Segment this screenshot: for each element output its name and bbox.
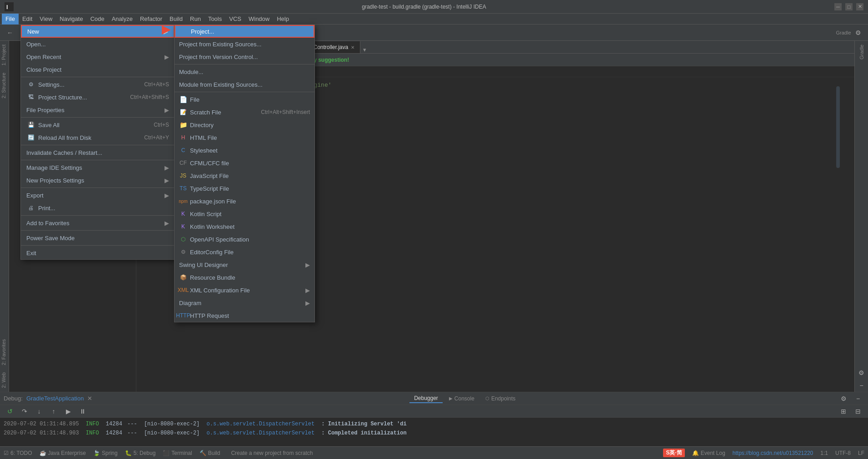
close-button[interactable]: ✕ (856, 3, 863, 10)
debug-pause[interactable]: ⏸ (76, 405, 89, 418)
debug-resume[interactable]: ▶ (62, 405, 75, 418)
menu-edit[interactable]: Edit (19, 14, 36, 25)
menu-refactor[interactable]: Refactor (136, 14, 166, 25)
menu-item-settings[interactable]: ⚙ Settings... Ctrl+Alt+S (21, 78, 175, 91)
java-enterprise-status[interactable]: ☕ Java Enterprise (40, 450, 86, 456)
menu-item-save-all[interactable]: 💾 Save All Ctrl+S (21, 118, 175, 131)
submenu-item-kotlin-worksheet[interactable]: K Kotlin Worksheet (175, 220, 314, 233)
submenu-item-html[interactable]: H HTML File (175, 131, 314, 144)
ime-badge[interactable]: S英·简 (663, 449, 684, 457)
line-sep-status[interactable]: LF (858, 450, 864, 456)
sidebar-tab-structure[interactable]: 2: Structure (0, 69, 9, 102)
build-status[interactable]: 🔨 Build (200, 450, 220, 456)
submenu-item-editorconfig[interactable]: ⚙ EditorConfig File (175, 246, 314, 258)
submenu-item-project-from-vcs[interactable]: Project from Version Control... (175, 50, 314, 63)
debug-step-into[interactable]: ↓ (33, 405, 45, 418)
menu-view[interactable]: View (36, 14, 56, 25)
menu-item-exit[interactable]: Exit (21, 247, 175, 259)
gradle-panel-button[interactable]: Gradle (837, 26, 850, 39)
menu-window[interactable]: Window (245, 14, 273, 25)
submenu-item-swing[interactable]: Swing UI Designer ▶ (175, 258, 314, 271)
terminal-status[interactable]: ⬛ Terminal (163, 450, 192, 456)
menu-navigate[interactable]: Navigate (56, 14, 86, 25)
menu-help[interactable]: Help (273, 14, 293, 25)
menu-item-manage-ide[interactable]: Manage IDE Settings ▶ (21, 161, 175, 174)
submenu-item-cfml[interactable]: CF CFML/CFC file (175, 157, 314, 169)
submenu-item-module[interactable]: Module... (175, 65, 314, 78)
submenu-item-module-from-existing[interactable]: Module from Existing Sources... (175, 78, 314, 91)
menu-tools[interactable]: Tools (205, 14, 225, 25)
close-debug-icon[interactable]: ✕ (87, 395, 92, 402)
right-sidebar-settings[interactable]: ⚙ (855, 366, 868, 379)
menu-analyze[interactable]: Analyze (108, 14, 136, 25)
debug-step-over[interactable]: ↷ (18, 405, 31, 418)
bottom-panel-hide[interactable]: − (852, 392, 864, 405)
create-project-hint: Create a new project from scratch (231, 450, 313, 456)
menu-item-add-to-favorites[interactable]: Add to Favorites ▶ (21, 217, 175, 229)
spring-label: Spring (102, 450, 118, 456)
menu-code[interactable]: Code (87, 14, 108, 25)
menu-item-close-project[interactable]: Close Project (21, 63, 175, 76)
menu-item-open-recent[interactable]: Open Recent ▶ (21, 50, 175, 63)
menu-file[interactable]: File (2, 14, 19, 25)
tab-overflow[interactable]: ▾ (360, 46, 369, 53)
submenu-item-package-json[interactable]: npm package.json File (175, 195, 314, 207)
submenu-item-http-request[interactable]: HTTP HTTP Request (175, 309, 314, 322)
menu-item-new[interactable]: New ▶ (21, 25, 175, 38)
url-status[interactable]: https://blog.csdn.net/u013521220 (733, 450, 813, 456)
debug-layout-btn[interactable]: ⊞ (837, 405, 850, 418)
menu-item-export[interactable]: Export ▶ (21, 189, 175, 202)
submenu-item-ts[interactable]: TS TypeScript File (175, 182, 314, 195)
bottom-tab-console[interactable]: ▶ Console (444, 395, 479, 403)
submenu-item-diagram[interactable]: Diagram ▶ (175, 296, 314, 309)
sidebar-tab-web[interactable]: 2: Web (0, 369, 9, 392)
line-col-status[interactable]: 1:1 (820, 450, 828, 456)
menu-item-new-projects-settings[interactable]: New Projects Settings ▶ (21, 174, 175, 187)
bottom-panel-settings[interactable]: ⚙ (837, 392, 850, 405)
debug-restart-btn[interactable]: ↺ (4, 405, 16, 418)
submenu-item-project[interactable]: Project... (175, 25, 314, 38)
todo-status[interactable]: ☑ 6: TODO (4, 450, 32, 456)
bottom-tab-debugger[interactable]: Debugger (409, 394, 443, 403)
submenu-item-resource-bundle[interactable]: 📦 Resource Bundle (175, 271, 314, 284)
submenu-item-openapi[interactable]: ⬡ OpenAPI Specification (175, 233, 314, 246)
debug-collapse-btn[interactable]: ⊟ (852, 405, 864, 418)
menu-item-file-properties[interactable]: File Properties ▶ (21, 104, 175, 116)
menu-item-open[interactable]: Open... (21, 38, 175, 50)
encoding-status[interactable]: UTF-8 (835, 450, 851, 456)
menu-item-project-structure[interactable]: 🏗 Project Structure... Ctrl+Alt+Shift+S (21, 91, 175, 104)
new-projects-settings-label: New Projects Settings (26, 177, 84, 184)
minimize-button[interactable]: ─ (834, 3, 842, 10)
menu-item-print[interactable]: 🖨 Print... (21, 202, 175, 214)
back-button[interactable]: ← (4, 26, 16, 39)
tab-close-hello-icon[interactable]: ✕ (351, 45, 354, 50)
menu-item-power-save[interactable]: Power Save Mode (21, 232, 175, 244)
submenu-item-directory[interactable]: 📁 Directory (175, 118, 314, 131)
right-sidebar-hide[interactable]: − (855, 379, 868, 392)
submenu-item-kotlin-script[interactable]: K Kotlin Script (175, 207, 314, 220)
submenu-item-stylesheet[interactable]: C Stylesheet (175, 144, 314, 157)
event-log-status[interactable]: 🔔 Event Log (692, 450, 725, 456)
app-name-link[interactable]: GradleTestApplication (26, 395, 84, 402)
spring-status[interactable]: 🍃 Spring (93, 450, 118, 456)
sidebar-tab-favorites[interactable]: 2: Favorites (0, 336, 9, 369)
bottom-tab-endpoints[interactable]: ⬡ Endpoints (481, 395, 520, 403)
debug-status[interactable]: 🐛 5: Debug (125, 450, 156, 456)
menu-vcs[interactable]: VCS (225, 14, 245, 25)
menu-build[interactable]: Build (166, 14, 186, 25)
submenu-item-scratch[interactable]: 📝 Scratch File Ctrl+Alt+Shift+Insert (175, 106, 314, 118)
sidebar-tab-project[interactable]: 1: Project (0, 41, 9, 69)
submenu-item-file[interactable]: 📄 File (175, 93, 314, 106)
menu-item-invalidate-caches[interactable]: Invalidate Caches / Restart... (21, 146, 175, 159)
submenu-sep-2 (175, 92, 314, 92)
menu-run[interactable]: Run (186, 14, 205, 25)
maximize-button[interactable]: □ (845, 3, 853, 10)
editor-scrollbar[interactable] (836, 86, 840, 168)
settings-toolbar-button[interactable]: ⚙ (852, 26, 864, 39)
submenu-item-project-from-existing[interactable]: Project from Existing Sources... (175, 38, 314, 50)
debug-step-out[interactable]: ↑ (47, 405, 60, 418)
gradle-sidebar-tab[interactable]: Gradle (857, 41, 866, 63)
submenu-item-js[interactable]: JS JavaScript File (175, 169, 314, 182)
menu-item-reload[interactable]: 🔄 Reload All from Disk Ctrl+Alt+Y (21, 131, 175, 144)
submenu-item-xml[interactable]: XML XML Configuration File ▶ (175, 284, 314, 296)
